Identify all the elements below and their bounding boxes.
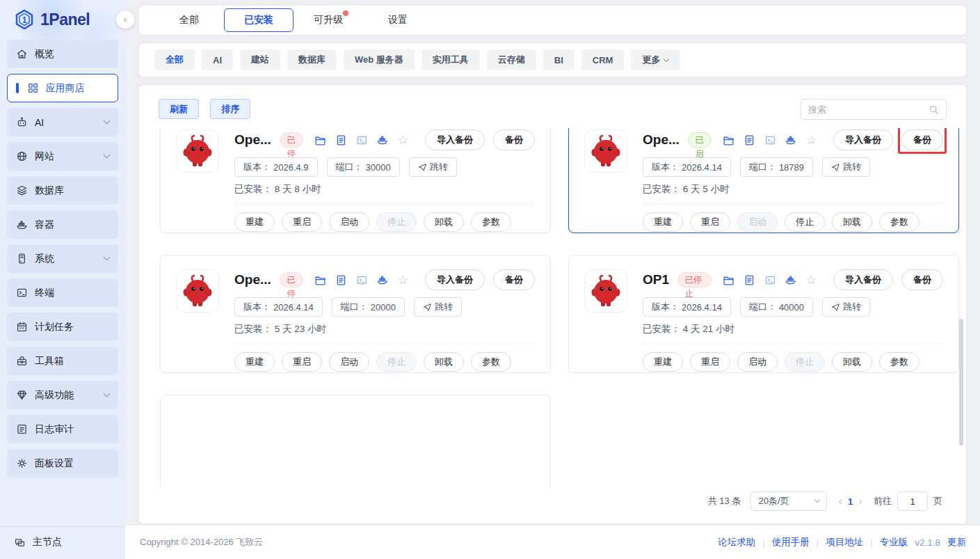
docker-whale-icon[interactable]: [785, 274, 797, 286]
sidebar-item-logs[interactable]: 日志审计: [7, 415, 118, 443]
category-chip-ai[interactable]: AI: [202, 49, 233, 70]
tab-settings[interactable]: 设置: [363, 8, 433, 32]
action-uninstall-button[interactable]: 卸载: [832, 212, 872, 232]
docker-whale-icon[interactable]: [377, 134, 389, 146]
favorite-star-icon[interactable]: ☆: [398, 274, 408, 286]
sidebar-collapse-button[interactable]: ‹: [116, 10, 134, 29]
action-start-button[interactable]: 启动: [329, 352, 369, 372]
vertical-scrollbar[interactable]: [959, 319, 963, 446]
backup-button[interactable]: 备份: [493, 129, 535, 150]
action-stop-button[interactable]: 停止: [785, 212, 825, 232]
sidebar-item-panel-settings[interactable]: 面板设置: [7, 449, 118, 478]
next-page-button[interactable]: ›: [857, 494, 864, 508]
tab-installed[interactable]: 已安装: [224, 8, 294, 32]
action-uninstall-button[interactable]: 卸载: [424, 212, 464, 232]
jump-link[interactable]: 跳转: [822, 157, 870, 177]
action-rebuild-button[interactable]: 重建: [643, 212, 683, 232]
docker-whale-icon[interactable]: [377, 274, 389, 286]
terminal-small-icon[interactable]: [764, 274, 776, 286]
category-chip-bi[interactable]: BI: [543, 49, 575, 70]
goto-page-input[interactable]: [897, 491, 928, 511]
file-text-icon[interactable]: [744, 274, 755, 286]
file-text-icon[interactable]: [744, 134, 755, 146]
sort-button[interactable]: 排序: [210, 99, 250, 119]
category-chip-website[interactable]: 建站: [240, 49, 280, 70]
sidebar-item-cron[interactable]: 计划任务: [7, 313, 118, 341]
sidebar-item-master-node[interactable]: 主节点: [0, 526, 125, 559]
category-chip-cloud-storage[interactable]: 云存储: [487, 49, 536, 70]
sidebar-item-overview[interactable]: 概览: [7, 40, 118, 68]
action-restart-button[interactable]: 重启: [282, 212, 322, 232]
sidebar-item-website[interactable]: 网站: [7, 142, 118, 171]
import-backup-button[interactable]: 导入备份: [833, 269, 893, 290]
page-size-select[interactable]: 20条/页: [750, 491, 827, 511]
sidebar-item-app-store[interactable]: 应用商店: [7, 74, 118, 102]
search-input[interactable]: [808, 104, 929, 115]
favorite-star-icon[interactable]: ☆: [806, 134, 817, 146]
import-backup-button[interactable]: 导入备份: [425, 129, 485, 150]
folder-icon[interactable]: [314, 274, 326, 286]
project-repo-link[interactable]: 项目地址: [826, 536, 863, 549]
action-params-button[interactable]: 参数: [879, 352, 919, 372]
action-restart-button[interactable]: 重启: [690, 212, 730, 232]
action-start-button: 启动: [737, 212, 778, 232]
sidebar-item-ai[interactable]: AI: [7, 108, 118, 136]
category-chip-crm[interactable]: CRM: [581, 49, 625, 70]
file-text-icon[interactable]: [335, 274, 347, 286]
action-params-button[interactable]: 参数: [471, 352, 511, 372]
sidebar-item-toolbox[interactable]: 工具箱: [7, 347, 118, 375]
action-rebuild-button[interactable]: 重建: [234, 352, 275, 372]
folder-icon[interactable]: [723, 274, 734, 286]
action-restart-button[interactable]: 重启: [282, 352, 322, 372]
terminal-small-icon[interactable]: [356, 134, 368, 146]
category-chip-database[interactable]: 数据库: [287, 49, 337, 70]
jump-link[interactable]: 跳转: [409, 157, 457, 177]
version-tag: 版本：2026.4.14: [643, 157, 731, 177]
tab-all[interactable]: 全部: [154, 8, 224, 32]
folder-icon[interactable]: [723, 134, 734, 146]
app-icon: [176, 129, 219, 173]
card-divider: [643, 343, 943, 344]
favorite-star-icon[interactable]: ☆: [806, 274, 817, 286]
user-manual-link[interactable]: 使用手册: [772, 536, 810, 549]
action-params-button[interactable]: 参数: [471, 212, 511, 232]
terminal-small-icon[interactable]: [764, 134, 776, 146]
favorite-star-icon[interactable]: ☆: [398, 134, 408, 146]
sidebar-item-advanced[interactable]: 高级功能: [7, 381, 118, 409]
jump-link[interactable]: 跳转: [822, 297, 870, 317]
sidebar-item-terminal[interactable]: 终端: [7, 278, 118, 307]
action-uninstall-button[interactable]: 卸载: [832, 352, 872, 372]
sidebar-item-container[interactable]: 容器: [7, 210, 118, 239]
jump-link[interactable]: 跳转: [414, 297, 462, 317]
import-backup-button[interactable]: 导入备份: [425, 269, 485, 290]
paper-plane-icon: [418, 163, 427, 172]
refresh-button[interactable]: 刷新: [159, 99, 199, 119]
action-restart-button[interactable]: 重启: [690, 352, 730, 372]
sidebar-item-system[interactable]: 系统: [7, 244, 118, 273]
category-chip-more[interactable]: 更多: [631, 49, 680, 70]
terminal-small-icon[interactable]: [356, 274, 368, 286]
prev-page-button[interactable]: ‹: [837, 494, 844, 508]
action-rebuild-button[interactable]: 重建: [643, 352, 683, 372]
update-link[interactable]: 更新: [947, 536, 966, 549]
action-uninstall-button[interactable]: 卸载: [424, 352, 464, 372]
current-page[interactable]: 1: [844, 496, 857, 507]
action-start-button[interactable]: 启动: [329, 212, 369, 232]
docker-whale-icon[interactable]: [785, 134, 797, 146]
action-rebuild-button[interactable]: 重建: [234, 212, 275, 232]
backup-button[interactable]: 备份: [901, 269, 943, 290]
tab-upgradable[interactable]: 可升级: [294, 8, 363, 32]
sidebar-item-database[interactable]: 数据库: [7, 176, 118, 205]
folder-icon[interactable]: [314, 134, 326, 146]
forum-help-link[interactable]: 论坛求助: [718, 536, 755, 549]
import-backup-button[interactable]: 导入备份: [833, 129, 893, 150]
action-params-button[interactable]: 参数: [879, 212, 919, 232]
file-text-icon[interactable]: [335, 134, 347, 146]
pro-edition-link[interactable]: 专业版: [880, 536, 908, 549]
backup-button[interactable]: 备份: [901, 129, 943, 150]
category-chip-all[interactable]: 全部: [154, 49, 195, 70]
category-chip-tools[interactable]: 实用工具: [421, 49, 480, 70]
backup-button[interactable]: 备份: [493, 269, 535, 290]
action-start-button[interactable]: 启动: [737, 352, 778, 372]
category-chip-web-server[interactable]: Web 服务器: [344, 49, 415, 70]
